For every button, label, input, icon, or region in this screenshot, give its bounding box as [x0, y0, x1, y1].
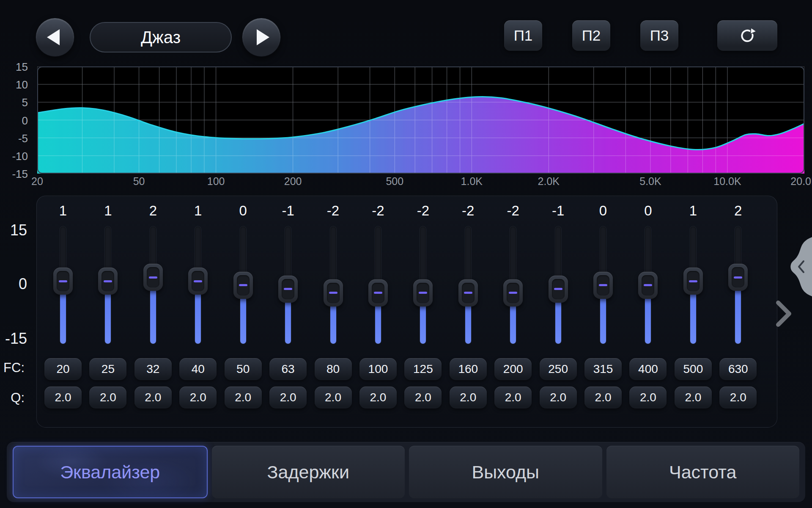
gain-slider-thumb[interactable] [53, 268, 73, 295]
band-gain-value: -2 [446, 202, 491, 219]
gain-slider-thumb[interactable] [368, 279, 388, 306]
gain-slider-thumb[interactable] [324, 279, 343, 306]
band-gain-value: -2 [356, 202, 401, 219]
y-axis-tick-label: 10 [3, 79, 28, 91]
band-q-button[interactable]: 2.0 [450, 387, 487, 409]
band-gain-value: -2 [491, 202, 535, 219]
gain-slider-thumb[interactable] [593, 272, 613, 299]
band-q-button[interactable]: 2.0 [225, 387, 262, 409]
tab-equalizer[interactable]: Эквалайзер [13, 446, 208, 498]
band-fc-button[interactable]: 100 [359, 358, 397, 380]
eq-band-column: -21002.0 [356, 0, 401, 428]
band-fc-button[interactable]: 63 [269, 358, 307, 380]
fc-row-label: FC: [0, 360, 25, 375]
band-q-button[interactable]: 2.0 [179, 387, 217, 409]
band-q-button[interactable]: 2.0 [584, 387, 622, 409]
gain-slider-thumb[interactable] [233, 272, 253, 299]
eq-band-column: 1252.0 [85, 0, 130, 428]
gain-slider-thumb[interactable] [278, 276, 298, 303]
eq-band-column: -12502.0 [536, 0, 581, 428]
band-q-button[interactable]: 2.0 [540, 387, 577, 409]
q-row-label: Q: [0, 390, 25, 406]
band-gain-value: 1 [41, 202, 85, 219]
eq-band-column: 15002.0 [671, 0, 716, 428]
band-fc-button[interactable]: 20 [44, 358, 82, 380]
band-q-button[interactable]: 2.0 [629, 387, 667, 409]
gain-slider-thumb[interactable] [143, 264, 163, 291]
band-q-button[interactable]: 2.0 [404, 387, 442, 409]
band-gain-value: -1 [266, 202, 310, 219]
gain-scale-zero-label: 0 [1, 275, 27, 293]
band-gain-value: 0 [625, 202, 670, 219]
y-axis-tick-label: 15 [3, 61, 28, 73]
y-axis-tick-label: 5 [3, 97, 28, 108]
gain-slider-thumb[interactable] [549, 276, 568, 303]
band-q-button[interactable]: 2.0 [675, 387, 712, 409]
band-fc-button[interactable]: 125 [404, 358, 442, 380]
band-fc-button[interactable]: 315 [584, 358, 622, 380]
tab-outputs[interactable]: Выходы [409, 446, 602, 498]
eq-band-column: 0502.0 [221, 0, 266, 428]
band-gain-value: -2 [311, 202, 356, 219]
gain-slider-thumb[interactable] [458, 279, 478, 306]
y-axis-tick-label: -10 [3, 150, 28, 162]
band-gain-value: 2 [716, 202, 760, 219]
band-q-button[interactable]: 2.0 [494, 387, 532, 409]
gain-slider-thumb[interactable] [728, 264, 748, 291]
band-gain-value: -2 [401, 202, 445, 219]
band-q-button[interactable]: 2.0 [269, 387, 307, 409]
band-q-button[interactable]: 2.0 [719, 387, 757, 409]
tab-delays[interactable]: Задержки [212, 446, 405, 498]
eq-band-column: 1202.0 [41, 0, 85, 428]
band-fc-button[interactable]: 80 [315, 358, 352, 380]
side-drawer-handle[interactable] [787, 237, 812, 296]
y-axis-tick-label: -15 [3, 168, 28, 180]
band-fc-button[interactable]: 400 [629, 358, 667, 380]
band-fc-button[interactable]: 500 [675, 358, 712, 380]
band-q-button[interactable]: 2.0 [134, 387, 172, 409]
band-fc-button[interactable]: 25 [89, 358, 126, 380]
band-gain-value: 1 [176, 202, 220, 219]
gain-scale-min-label: -15 [1, 330, 27, 348]
y-axis-tick-label: 0 [3, 115, 28, 127]
gain-slider-thumb[interactable] [638, 272, 658, 299]
y-axis-tick-label: -5 [3, 133, 28, 144]
band-gain-value: 1 [85, 202, 130, 219]
band-fc-button[interactable]: 40 [179, 358, 217, 380]
band-fc-button[interactable]: 50 [225, 358, 262, 380]
band-gain-value: 0 [221, 202, 266, 219]
band-fc-button[interactable]: 200 [494, 358, 532, 380]
gain-slider-thumb[interactable] [188, 268, 208, 295]
eq-band-column: -22002.0 [491, 0, 535, 428]
band-q-button[interactable]: 2.0 [89, 387, 126, 409]
eq-band-column: 04002.0 [625, 0, 670, 428]
band-fc-button[interactable]: 630 [719, 358, 757, 380]
eq-band-column: 2322.0 [131, 0, 176, 428]
band-fc-button[interactable]: 160 [450, 358, 487, 380]
eq-band-column: -2802.0 [311, 0, 356, 428]
eq-band-column: -21252.0 [401, 0, 445, 428]
band-gain-value: -1 [536, 202, 581, 219]
band-q-button[interactable]: 2.0 [315, 387, 352, 409]
eq-band-column: -1632.0 [266, 0, 310, 428]
gain-slider-thumb[interactable] [413, 279, 433, 306]
eq-band-column: -21602.0 [446, 0, 491, 428]
gain-slider-thumb[interactable] [683, 268, 703, 295]
tab-frequency[interactable]: Частота [606, 446, 800, 498]
band-q-button[interactable]: 2.0 [359, 387, 397, 409]
band-gain-value: 1 [671, 202, 716, 219]
band-fc-button[interactable]: 32 [134, 358, 172, 380]
chevron-right-icon [778, 303, 789, 325]
eq-band-column: 03152.0 [581, 0, 625, 428]
bottom-tab-bar: Эквалайзер Задержки Выходы Частота [7, 442, 805, 502]
gain-slider-thumb[interactable] [98, 268, 118, 295]
equalizer-screen: Джаз П1 П2 П3 151050-5-10-15 20501002005… [0, 0, 812, 508]
eq-band-column: 1402.0 [176, 0, 220, 428]
band-fc-button[interactable]: 250 [540, 358, 577, 380]
next-bands-button[interactable] [775, 300, 793, 328]
x-axis-tick-label: 20.0K [790, 175, 812, 188]
gain-slider-thumb[interactable] [503, 279, 523, 306]
band-gain-value: 0 [581, 202, 625, 219]
gain-scale-max-label: 15 [1, 221, 27, 239]
band-q-button[interactable]: 2.0 [44, 387, 82, 409]
